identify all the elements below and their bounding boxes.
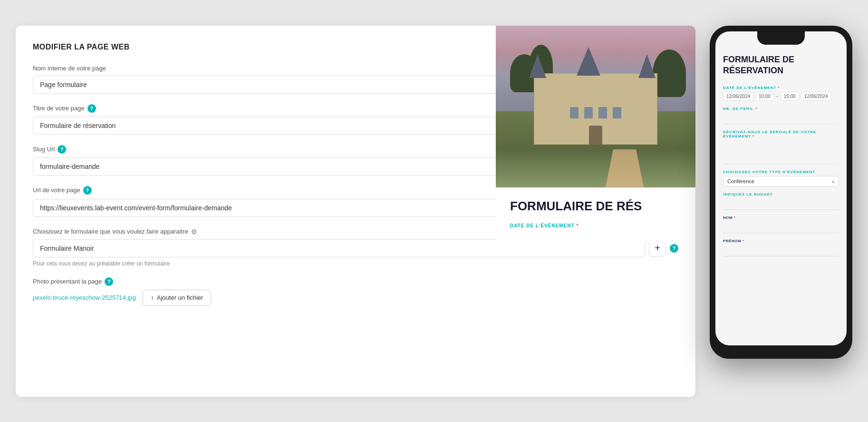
phone-prenom-label: PRÉNOM *: [723, 239, 839, 243]
phone-type-select[interactable]: Conférence ∨: [723, 176, 839, 186]
preview-text-section: FORMULAIRE DE RÉS DATE DE L'ÉVÉNEMENT *: [496, 187, 695, 243]
desktop-preview-panel: FORMULAIRE DE RÉS DATE DE L'ÉVÉNEMENT *: [496, 26, 695, 397]
phone-date-end: 12/06/2024: [801, 92, 831, 101]
help-icon-slug[interactable]: ?: [58, 145, 66, 154]
phone-time-start: 10:00: [755, 92, 774, 101]
phone-describe-label: DÉCRIVEZ-NOUS LE DÉROULÉ DE VOTRE ÉVÉNEM…: [723, 130, 839, 138]
gear-icon[interactable]: ⚙: [191, 228, 197, 236]
upload-photo-button[interactable]: ↑ Ajouter un fichier: [143, 290, 212, 306]
phone-form-title: FORMULAIRE DE RÉSERVATION: [723, 54, 839, 77]
phone-budget-label: INDIQUEZ LE BUDGET: [723, 192, 839, 196]
preview-image: [496, 26, 695, 187]
preview-date-label: DATE DE L'ÉVÉNEMENT *: [510, 223, 681, 228]
help-icon-photo[interactable]: ?: [105, 277, 113, 286]
phone-describe-textarea: [723, 140, 839, 164]
upload-icon: ↑: [151, 294, 154, 302]
phone-type-chevron-icon: ∨: [831, 179, 835, 184]
help-icon-page-title[interactable]: ?: [87, 104, 96, 113]
phone-budget-input: [723, 198, 839, 210]
editor-card: MODIFIER LA PAGE WEB Nom interne de votr…: [16, 26, 695, 397]
phone-time-end: 15:00: [781, 92, 799, 101]
phone-type-label: CHOISISSEZ VOTRE TYPE D'ÉVÉNEMENT: [723, 170, 839, 174]
phone-date-sep: –: [776, 92, 779, 101]
help-icon-url[interactable]: ?: [83, 186, 92, 195]
phone-nom-input: [723, 222, 839, 233]
phone-nb-pers-label: NB. DE PERS. *: [723, 107, 839, 111]
phone-notch: [757, 31, 805, 45]
phone-frame: FORMULAIRE DE RÉSERVATION DATE DE L'ÉVÉN…: [710, 26, 852, 359]
phone-date-start: 12/06/2024: [723, 92, 753, 101]
phone-content: FORMULAIRE DE RÉSERVATION DATE DE L'ÉVÉN…: [715, 31, 847, 272]
phone-nb-pers-input: [723, 113, 839, 124]
phone-nom-label: NOM *: [723, 216, 839, 220]
preview-form-title: FORMULAIRE DE RÉS: [510, 199, 681, 214]
phone-date-label: DATE DE L'ÉVÉNEMENT *: [723, 86, 839, 90]
phone-prenom-input: [723, 245, 839, 256]
photo-filename-link[interactable]: pexels-bruce-reyeschow-2525714.jpg: [33, 294, 136, 301]
phone-type-value: Conférence: [727, 178, 754, 184]
phone-date-row: 12/06/2024 10:00 – 15:00 12/06/2024: [723, 92, 839, 101]
phone-screen: FORMULAIRE DE RÉSERVATION DATE DE L'ÉVÉN…: [715, 31, 847, 345]
